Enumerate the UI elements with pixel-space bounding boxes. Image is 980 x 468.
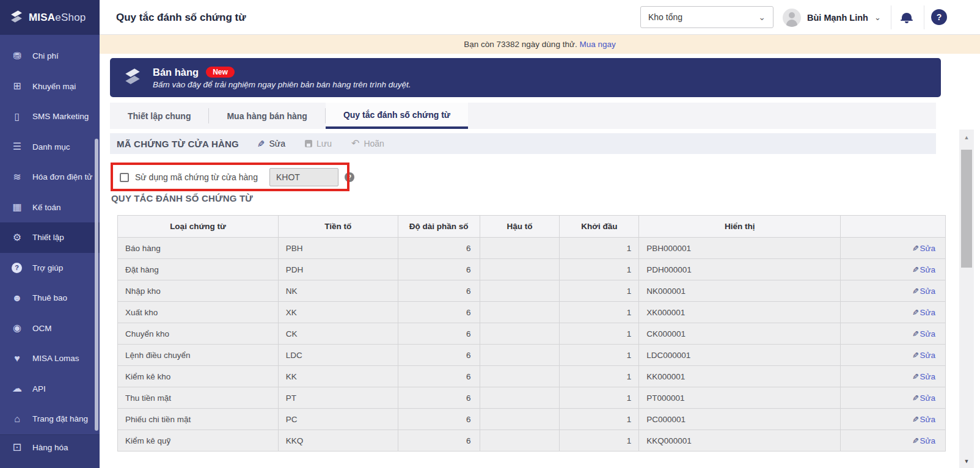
user-menu[interactable]: Bùi Mạnh Linh ⌄ <box>783 0 881 35</box>
tab-quy-tac-danh-so-chung-tu[interactable]: Quy tắc đánh số chứng từ <box>326 103 468 129</box>
top-header: Quy tắc đánh số chứng từ Kho tổng ⌄ Bùi … <box>100 0 980 35</box>
promo-banner[interactable]: Bán hàng New Bấm vào đây để trải nghiệm … <box>110 58 941 97</box>
e-invoice-icon: ≋ <box>10 172 24 182</box>
table-row: Lệnh điều chuyểnLDC61LDC000001✎Sửa <box>118 345 946 366</box>
column-header: Loại chứng từ <box>118 216 279 238</box>
row-edit-link[interactable]: ✎Sửa <box>912 415 935 424</box>
save-button[interactable]: Lưu <box>298 139 339 148</box>
edit-button[interactable]: ✎ Sửa <box>250 139 293 148</box>
money-bag-icon: ⛃ <box>10 51 24 61</box>
sidebar-item-ocm[interactable]: ◉ OCM <box>0 313 100 344</box>
row-edit-link[interactable]: ✎Sửa <box>912 287 935 296</box>
table-row: Kiểm kê khoKK61KK000001✎Sửa <box>118 366 946 387</box>
chevron-down-icon: ⌄ <box>874 15 881 20</box>
column-header: Khởi đầu <box>560 216 639 238</box>
row-edit-link[interactable]: ✎Sửa <box>912 265 935 274</box>
sidebar-item-thue-bao[interactable]: ☻ Thuê bao <box>0 283 100 313</box>
sidebar-item-thiet-lap[interactable]: ⚙ Thiết lập <box>0 222 100 253</box>
cell-suffix <box>480 409 560 430</box>
cell-actions: ✎Sửa <box>841 302 946 323</box>
cell-actions: ✎Sửa <box>841 345 946 366</box>
sidebar-item-khuyen-mai[interactable]: ⊞ Khuyến mại <box>0 71 100 102</box>
cell-start: 1 <box>560 302 639 323</box>
sidebar-item-hang-hoa[interactable]: ⚀ Hàng hóa <box>0 434 100 468</box>
row-edit-link[interactable]: ✎Sửa <box>912 436 935 445</box>
scroll-up-icon[interactable]: ▲ <box>959 134 974 141</box>
sidebar-scrollbar-thumb[interactable] <box>95 139 98 431</box>
cell-start: 1 <box>560 323 639 345</box>
help-circle-icon: ? <box>12 263 22 273</box>
cell-actions: ✎Sửa <box>841 430 946 452</box>
bell-icon[interactable] <box>902 13 912 21</box>
sidebar-item-chi-phi[interactable]: ⛃ Chi phí <box>0 41 100 71</box>
cell-prefix: KK <box>278 366 398 387</box>
row-edit-link[interactable]: ✎Sửa <box>912 244 935 253</box>
brand-logo[interactable]: MISAeShop <box>0 0 100 35</box>
sidebar-item-tro-giup[interactable]: ? Trợ giúp <box>0 253 100 283</box>
tab-bar: Thiết lập chung Mua hàng bán hàng Quy tắ… <box>110 103 936 129</box>
misa-logo-icon <box>9 9 24 27</box>
numbering-rules-table: Loại chứng từTiền tốĐộ dài phần sốHậu tố… <box>117 215 946 452</box>
floppy-save-icon <box>305 140 312 147</box>
help-icon[interactable]: ? <box>931 9 947 25</box>
scrollbar-thumb[interactable] <box>961 150 972 268</box>
row-edit-link[interactable]: ✎Sửa <box>912 393 935 403</box>
sidebar-item-danh-muc[interactable]: ☰ Danh mục <box>0 132 100 163</box>
table-body: Báo hàngPBH61PBH000001✎SửaĐặt hàngPDH61P… <box>118 238 946 452</box>
store-code-row: Sử dụng mã chứng từ cửa hàng ? <box>120 167 354 188</box>
table-header-row: Loại chứng từTiền tốĐộ dài phần sốHậu tố… <box>118 216 946 238</box>
row-edit-link[interactable]: ✎Sửa <box>912 308 935 317</box>
sidebar-item-misa-lomas[interactable]: ♥ MISA Lomas <box>0 343 100 374</box>
cell-type: Xuất kho <box>118 302 279 323</box>
cell-type: Chuyển kho <box>118 323 279 345</box>
cell-prefix: PBH <box>278 238 398 259</box>
cell-type: Lệnh điều chuyển <box>118 345 279 366</box>
column-header: Hiển thị <box>639 216 841 238</box>
pencil-icon: ✎ <box>912 330 919 338</box>
pencil-icon: ✎ <box>912 415 919 423</box>
cell-number_length: 6 <box>398 430 480 452</box>
sidebar-item-trang-dat-hang[interactable]: ⌂ Trang đặt hàng <box>0 404 100 434</box>
promo-title: Bán hàng <box>153 67 199 78</box>
cancel-button[interactable]: ↶ Hoãn <box>344 139 392 148</box>
content-scrollbar[interactable]: ▲ ▼ <box>959 130 974 468</box>
row-edit-link[interactable]: ✎Sửa <box>912 372 935 381</box>
tab-thiet-lap-chung[interactable]: Thiết lập chung <box>110 103 208 129</box>
sidebar-item-hoa-don-dien-tu[interactable]: ≋ Hóa đơn điện tử <box>0 162 100 192</box>
goods-cubes-icon: ⚀ <box>10 443 24 453</box>
cell-start: 1 <box>560 238 639 259</box>
cell-type: Thu tiền mặt <box>118 387 279 409</box>
buy-now-link[interactable]: Mua ngay <box>579 40 615 49</box>
table-row: Thu tiền mặtPT61PT000001✎Sửa <box>118 387 946 409</box>
cell-prefix: CK <box>278 323 398 345</box>
use-store-code-label: Sử dụng mã chứng từ cửa hàng <box>135 172 258 182</box>
use-store-code-checkbox[interactable] <box>120 173 129 182</box>
cell-suffix <box>480 280 560 302</box>
cell-actions: ✎Sửa <box>841 323 946 345</box>
cell-type: Phiếu chi tiền mặt <box>118 409 279 430</box>
promo-subtitle: Bấm vào đây để trải nghiệm ngay phiên bả… <box>153 80 411 89</box>
avatar <box>783 9 801 27</box>
table-row: Chuyển khoCK61CK000001✎Sửa <box>118 323 946 345</box>
tab-mua-hang-ban-hang[interactable]: Mua hàng bán hàng <box>209 103 324 129</box>
column-header <box>841 216 946 238</box>
sidebar-item-ke-toan[interactable]: ▦ Kế toán <box>0 192 100 223</box>
store-code-input[interactable] <box>269 168 338 186</box>
cell-start: 1 <box>560 259 639 280</box>
cell-display: PC000001 <box>639 409 841 430</box>
row-edit-link[interactable]: ✎Sửa <box>912 351 935 360</box>
question-circle-icon[interactable]: ? <box>345 172 354 182</box>
branch-selector[interactable]: Kho tổng ⌄ <box>640 6 773 28</box>
scroll-down-icon[interactable]: ▼ <box>959 458 974 464</box>
list-icon: ☰ <box>10 142 24 152</box>
sidebar-item-api[interactable]: ☁ API <box>0 374 100 404</box>
gear-icon: ⚙ <box>10 233 24 243</box>
cell-type: Kiểm kê kho <box>118 366 279 387</box>
cell-number_length: 6 <box>398 345 480 366</box>
cell-prefix: XK <box>278 302 398 323</box>
cell-display: NK000001 <box>639 280 841 302</box>
cell-number_length: 6 <box>398 387 480 409</box>
sidebar-item-sms-marketing[interactable]: ▯ SMS Marketing <box>0 101 100 132</box>
row-edit-link[interactable]: ✎Sửa <box>912 329 935 338</box>
cell-number_length: 6 <box>398 280 480 302</box>
